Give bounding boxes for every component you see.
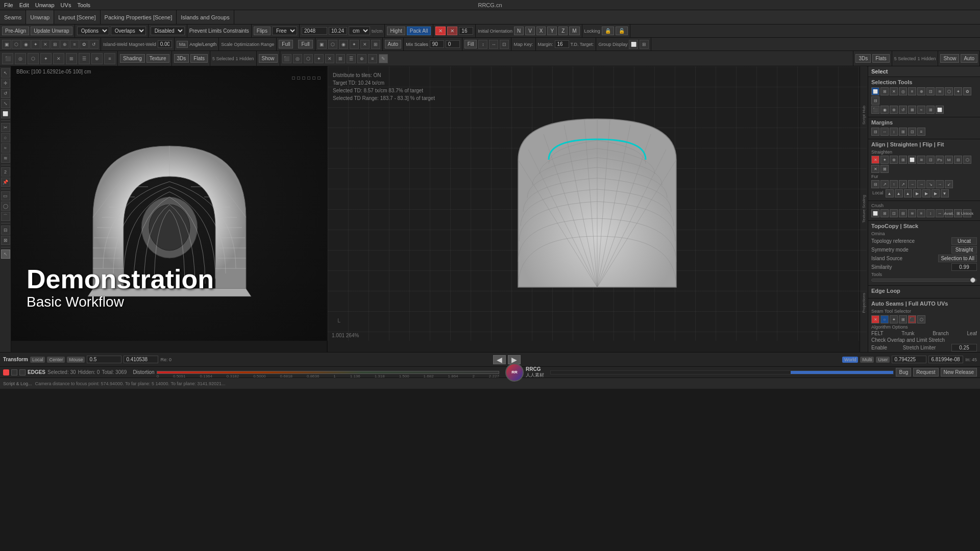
seam-icon-2[interactable]: ○ bbox=[880, 315, 889, 323]
menu-edit[interactable]: Edit bbox=[19, 2, 29, 8]
crush-icon-1[interactable]: ⬜ bbox=[871, 209, 879, 217]
tool-loop[interactable]: ○ bbox=[1, 133, 10, 142]
disabled-dropdown[interactable]: Disabled bbox=[151, 27, 185, 35]
3ds-btn[interactable]: 3Ds bbox=[174, 54, 189, 63]
icon-r-5[interactable]: ✕ bbox=[360, 40, 370, 49]
align-icon-20[interactable]: ↘ bbox=[926, 180, 935, 188]
lock-btn-2[interactable]: 🔓 bbox=[616, 27, 628, 35]
tool-align[interactable]: ⊟ bbox=[1, 226, 10, 235]
sel-icon-18[interactable]: ≈ bbox=[917, 106, 925, 114]
margin-icon-2[interactable]: ↔ bbox=[880, 128, 889, 136]
sel-icon-1[interactable]: ⬜ bbox=[871, 87, 879, 95]
align-icon-19[interactable]: → bbox=[917, 180, 925, 188]
orient-v[interactable]: V bbox=[525, 27, 535, 35]
shape-icon-6[interactable]: ⊞ bbox=[66, 53, 77, 64]
local-icon-7[interactable]: ▼ bbox=[941, 189, 949, 197]
flats-btn[interactable]: Flats bbox=[190, 54, 208, 63]
icon-btn-3[interactable]: ◉ bbox=[21, 40, 31, 49]
crush-icon-4[interactable]: ⊟ bbox=[899, 209, 907, 217]
uv-3ds-btn[interactable]: 3Ds bbox=[855, 54, 871, 63]
local-icon-6[interactable]: ▶ bbox=[932, 189, 940, 197]
icon-r-4[interactable]: ✦ bbox=[350, 40, 359, 49]
icon-fill-2[interactable]: ↔ bbox=[489, 40, 498, 49]
local-icon-1[interactable]: ▲ bbox=[886, 189, 894, 197]
tool-scale[interactable]: ⤡ bbox=[1, 99, 10, 108]
shape-icon-3[interactable]: ⬡ bbox=[28, 53, 39, 64]
icon-btn-5[interactable]: ✕ bbox=[41, 40, 50, 49]
weld-val[interactable] bbox=[158, 40, 172, 48]
full-btn-1[interactable]: Full bbox=[279, 40, 293, 48]
margin-icon-5[interactable]: ⊡ bbox=[908, 128, 916, 136]
align-icon-8[interactable]: Ps bbox=[936, 156, 944, 164]
update-unwrap-btn[interactable]: Update Unwrap bbox=[31, 27, 72, 35]
align-icon-2[interactable]: ✦ bbox=[880, 156, 889, 164]
sel-icon-19[interactable]: ⊞ bbox=[926, 106, 935, 114]
icon-btn-8[interactable]: ≡ bbox=[70, 40, 79, 49]
uv-icon-7[interactable]: ☰ bbox=[347, 54, 356, 63]
seam-icon-3[interactable]: ✦ bbox=[890, 315, 898, 323]
tool-circle[interactable]: ◯ bbox=[1, 202, 10, 211]
sel-icon-9[interactable]: ⬡ bbox=[945, 87, 953, 95]
stretch-val-input[interactable] bbox=[951, 344, 977, 352]
align-icon-6[interactable]: ≋ bbox=[917, 156, 925, 164]
menu-file[interactable]: File bbox=[4, 2, 13, 8]
shape-icon-1[interactable]: ⬛ bbox=[2, 53, 13, 64]
crush-icon-5[interactable]: ≋ bbox=[908, 209, 916, 217]
icon-btn-1[interactable]: ▣ bbox=[2, 40, 11, 49]
align-icon-18[interactable]: → bbox=[908, 180, 916, 188]
tab-packing[interactable]: Packing Properties [Scene] bbox=[101, 10, 177, 24]
icon-btn-10[interactable]: ↺ bbox=[89, 40, 99, 49]
align-icon-17[interactable]: ↗ bbox=[899, 180, 907, 188]
transform-x2[interactable] bbox=[124, 356, 158, 363]
crush-icon-6[interactable]: ≡ bbox=[917, 209, 925, 217]
seam-icon-5[interactable]: ⬛ bbox=[908, 315, 916, 323]
transform-y1[interactable] bbox=[892, 356, 926, 363]
align-icon-22[interactable]: ↙ bbox=[945, 180, 953, 188]
crush-icon-2[interactable]: ⊞ bbox=[880, 209, 889, 217]
tab-islands[interactable]: Islands and Groups bbox=[177, 10, 234, 24]
world-btn[interactable]: World bbox=[842, 357, 858, 363]
align-icon-15[interactable]: ↗ bbox=[880, 180, 889, 188]
menu-uvs[interactable]: UVs bbox=[61, 2, 71, 8]
uv-icon-6[interactable]: ⊞ bbox=[336, 54, 345, 63]
tool-lasso[interactable]: ⌒ bbox=[1, 212, 10, 221]
uv-icon-2[interactable]: ◎ bbox=[293, 54, 302, 63]
tool-2d[interactable]: 2 bbox=[1, 167, 10, 177]
align-icon-5[interactable]: ⬜ bbox=[908, 156, 916, 164]
menu-tools[interactable]: Tools bbox=[77, 2, 90, 8]
tool-distribute[interactable]: ⊠ bbox=[1, 236, 10, 245]
target-td-input[interactable] bbox=[329, 27, 347, 35]
margin-icon-1[interactable]: ⊟ bbox=[871, 128, 879, 136]
pack-all-btn[interactable]: Pack All bbox=[407, 27, 431, 35]
align-icon-16[interactable]: ↑ bbox=[890, 180, 898, 188]
menu-unwrap[interactable]: Unwrap bbox=[35, 2, 55, 8]
crush-icon-9[interactable]: Avail. bbox=[945, 209, 953, 217]
align-icon-14[interactable]: ⊟ bbox=[871, 180, 879, 188]
margin-icon-3[interactable]: ↕ bbox=[890, 128, 898, 136]
x-btn-1[interactable]: ✕ bbox=[435, 27, 446, 35]
bug-btn[interactable]: Bug bbox=[896, 368, 911, 377]
icon-r-1[interactable]: ▣ bbox=[317, 40, 327, 49]
full-btn-2[interactable]: Full bbox=[298, 40, 312, 48]
margin-icon-6[interactable]: ≡ bbox=[917, 128, 925, 136]
align-icon-13[interactable]: ⊠ bbox=[880, 165, 889, 173]
similarity-slider[interactable] bbox=[871, 279, 977, 282]
x-btn-2[interactable]: ✕ bbox=[447, 27, 457, 35]
shading-btn[interactable]: Shading bbox=[120, 54, 145, 63]
shape-icon-4[interactable]: ✦ bbox=[40, 53, 52, 64]
unit-dropdown[interactable]: cm m bbox=[349, 27, 370, 35]
tool-seam[interactable]: ≈ bbox=[1, 143, 10, 153]
icon-btn-2[interactable]: ⬡ bbox=[12, 40, 21, 49]
icon-btn-9[interactable]: ✿ bbox=[80, 40, 89, 49]
lock-btn-1[interactable]: 🔒 bbox=[602, 27, 614, 35]
icon-btn-7[interactable]: ⊕ bbox=[60, 40, 69, 49]
crush-icon-11[interactable]: Unlock bbox=[963, 209, 971, 217]
show-btn[interactable]: Show bbox=[259, 54, 278, 63]
tool-arrow[interactable]: ↖ bbox=[1, 249, 10, 259]
auto-btn[interactable]: Auto bbox=[385, 40, 402, 48]
edge-btn-1[interactable] bbox=[11, 369, 17, 375]
shape-icon-9[interactable]: ≡ bbox=[104, 53, 115, 64]
align-icon-3[interactable]: ⊕ bbox=[890, 156, 898, 164]
seam-icon-4[interactable]: ⊞ bbox=[899, 315, 907, 323]
flips-btn[interactable]: Flips bbox=[254, 27, 271, 35]
